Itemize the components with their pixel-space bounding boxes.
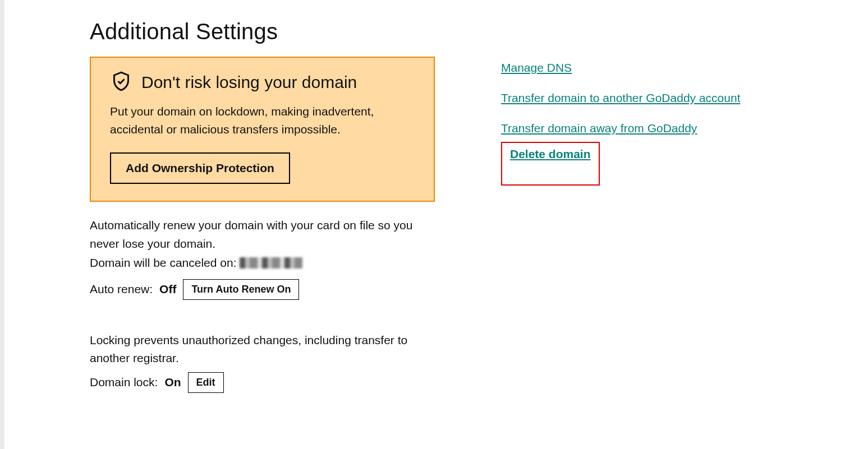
domain-lock-value: On: [164, 376, 181, 389]
settings-content: Additional Settings Don't risk losing yo…: [90, 19, 830, 424]
domain-lock-section: Locking prevents unauthorized changes, i…: [90, 331, 435, 393]
domain-lock-description: Locking prevents unauthorized changes, i…: [90, 331, 435, 368]
turn-auto-renew-on-button[interactable]: Turn Auto Renew On: [183, 279, 299, 300]
manage-dns-link[interactable]: Manage DNS: [501, 61, 740, 75]
delete-domain-link[interactable]: Delete domain: [510, 147, 591, 161]
transfer-to-account-link[interactable]: Transfer domain to another GoDaddy accou…: [501, 91, 740, 105]
cancel-date-redacted: [240, 257, 302, 269]
shield-check-icon: [110, 70, 132, 95]
auto-renew-value: Off: [159, 283, 176, 296]
domain-lock-label: Domain lock:: [90, 376, 158, 389]
add-ownership-protection-button[interactable]: Add Ownership Protection: [110, 152, 290, 184]
delete-domain-highlight: Delete domain: [501, 142, 600, 186]
edit-domain-lock-button[interactable]: Edit: [188, 372, 224, 393]
promo-description: Put your domain on lockdown, making inad…: [110, 103, 415, 138]
cancel-date-label: Domain will be canceled on:: [90, 254, 236, 272]
left-gutter: [0, 0, 4, 449]
auto-renew-label: Auto renew:: [90, 283, 153, 296]
page-title: Additional Settings: [90, 19, 830, 44]
promo-title: Don't risk losing your domain: [141, 73, 357, 92]
auto-renew-description: Automatically renew your domain with you…: [90, 216, 435, 253]
ownership-protection-promo: Don't risk losing your domain Put your d…: [90, 57, 435, 202]
auto-renew-section: Automatically renew your domain with you…: [90, 216, 435, 300]
transfer-away-link[interactable]: Transfer domain away from GoDaddy: [501, 122, 740, 135]
